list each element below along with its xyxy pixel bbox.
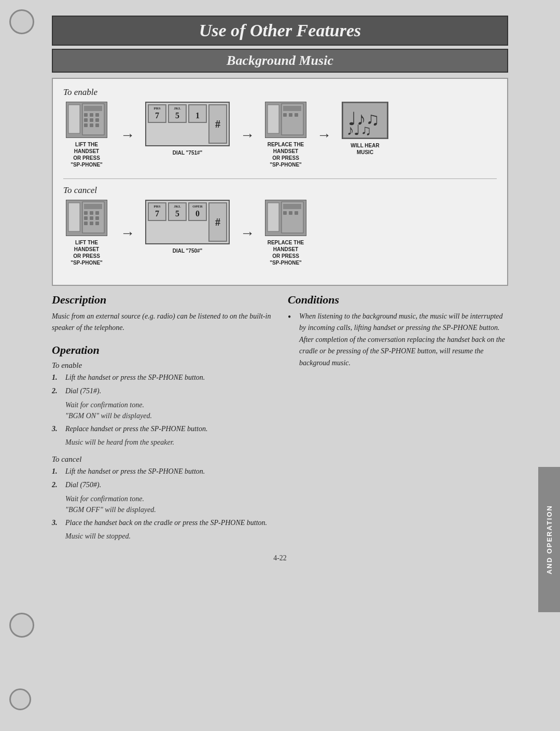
enable-step-2-num: 2. [52, 385, 62, 397]
enable-step-1-text: Lift the handset or press the SP-PHONE b… [65, 372, 272, 383]
cancel-diagram-row: LIFT THE HANDSETOR PRESS"SP-PHONE" → PRS… [63, 200, 497, 266]
main-title: Use of Other Features [199, 21, 361, 40]
cancel-step-3: 3. Place the handset back on the cradle … [52, 517, 272, 529]
separator [63, 178, 497, 179]
cancel-key-col2: JKL 5 [168, 202, 187, 242]
description-text: Music from an external source (e.g. radi… [52, 311, 272, 334]
operation-section: Operation To enable 1. Lift the handset … [52, 343, 272, 542]
cancel-step-2-text: Dial (750#). [65, 479, 272, 491]
enable-replace-label: REPLACE THEHANDSETOR PRESS"SP-PHONE" [268, 141, 304, 168]
cancel-replace-icon [265, 200, 306, 236]
enable-key-col2: JKL 5 [168, 104, 187, 144]
svg-rect-4 [84, 113, 88, 117]
svg-rect-11 [90, 123, 93, 127]
enable-phone-item: LIFT THE HANDSETOR PRESS"SP-PHONE" [63, 102, 110, 168]
cancel-arrow2: → [238, 225, 257, 241]
to-enable-op-label: To enable [52, 361, 272, 370]
content-left: Description Music from an external sourc… [52, 293, 272, 542]
enable-key-col1: PRS 7 [148, 104, 166, 144]
svg-rect-3 [84, 106, 102, 111]
cancel-step-2-sub1: Wait for confirmation tone. [52, 493, 272, 504]
svg-rect-16 [283, 106, 301, 111]
sub-title: Background Music [227, 53, 333, 68]
key-7: PRS 7 [148, 104, 166, 123]
cancel-phone-label: LIFT THE HANDSETOR PRESS"SP-PHONE" [63, 239, 110, 266]
replace-phone-icon [265, 102, 306, 138]
cancel-phone-item: LIFT THE HANDSETOR PRESS"SP-PHONE" [63, 200, 110, 266]
enable-step-1: 1. Lift the handset or press the SP-PHON… [52, 372, 272, 383]
svg-rect-1 [68, 105, 80, 133]
enable-keypad: PRS 7 JKL 5 1 [145, 102, 230, 146]
cancel-step-3-num: 3. [52, 517, 62, 529]
content-section: Description Music from an external sourc… [52, 293, 508, 542]
key-hash: # [208, 104, 227, 144]
cancel-key-col3: OPER 0 [188, 202, 207, 242]
svg-rect-12 [95, 123, 99, 127]
enable-keypad-item: PRS 7 JKL 5 1 [145, 102, 230, 156]
cancel-step-3-text: Place the handset back on the cradle or … [65, 517, 272, 529]
cancel-steps-list: 1. Lift the handset or press the SP-PHON… [52, 466, 272, 491]
cancel-dial-label: DIAL "750#" [173, 247, 203, 254]
content-right: Conditions • When listening to the backg… [288, 293, 508, 542]
enable-step-2: 2. Dial (751#). [52, 385, 272, 397]
deco-circle-bottom [9, 613, 34, 638]
svg-rect-31 [90, 216, 93, 220]
enable-step-2-sub2: "BGM ON" will be displayed. [52, 410, 272, 421]
operation-title: Operation [52, 343, 272, 357]
enable-step-1-num: 1. [52, 372, 62, 383]
conditions-bullet-item: • When listening to the background music… [288, 311, 508, 369]
svg-rect-41 [289, 211, 292, 215]
key-1: 1 [188, 104, 207, 123]
cancel-step-2-num: 2. [52, 479, 62, 491]
cancel-key-col4: # [208, 202, 227, 242]
sub-title-box: Background Music [52, 49, 508, 73]
svg-rect-27 [84, 211, 88, 215]
enable-key-col4: # [208, 104, 227, 144]
cancel-key-hash: # [208, 202, 227, 242]
diagram-box: To enable L [52, 78, 508, 286]
cancel-replace-label: REPLACE THEHANDSETOR PRESS"SP-PHONE" [268, 239, 304, 266]
enable-step-3-text: Replace handset or press the SP-PHONE bu… [65, 423, 272, 435]
deco-circle-top [9, 9, 34, 34]
enable-step-2-text: Dial (751#). [65, 385, 272, 397]
svg-rect-14 [268, 105, 279, 133]
enable-step-3: 3. Replace handset or press the SP-PHONE… [52, 423, 272, 435]
enable-music-item: ♩♪♫ ♪♩♫ WILL HEARMUSIC [342, 102, 388, 156]
svg-rect-17 [283, 113, 287, 117]
deco-circle-bottom2 [9, 688, 31, 710]
svg-rect-37 [268, 203, 279, 231]
cancel-step-1-num: 1. [52, 466, 62, 477]
enable-steps-list: 1. Lift the handset or press the SP-PHON… [52, 372, 272, 397]
svg-rect-19 [295, 113, 298, 117]
arrow1: → [118, 127, 137, 143]
svg-rect-30 [84, 216, 88, 220]
enable-replace-item: REPLACE THEHANDSETOR PRESS"SP-PHONE" [265, 102, 306, 168]
cancel-step-1-text: Lift the handset or press the SP-PHONE b… [65, 466, 272, 477]
svg-rect-40 [283, 211, 287, 215]
svg-rect-8 [90, 118, 93, 122]
arrow3: → [315, 127, 333, 143]
cancel-phone-icon [66, 200, 107, 236]
cancel-replace-item: REPLACE THEHANDSETOR PRESS"SP-PHONE" [265, 200, 306, 266]
cancel-step-2-sub2: "BGM OFF" will be displayed. [52, 504, 272, 515]
svg-rect-35 [95, 222, 99, 225]
svg-rect-7 [84, 118, 88, 122]
svg-rect-6 [95, 113, 99, 117]
svg-rect-29 [95, 211, 99, 215]
svg-rect-39 [283, 204, 301, 209]
to-enable-label: To enable [63, 87, 497, 98]
svg-rect-33 [84, 222, 88, 225]
svg-rect-34 [90, 222, 93, 225]
arrow2: → [238, 127, 257, 143]
enable-phone-label: LIFT THE HANDSETOR PRESS"SP-PHONE" [63, 141, 110, 168]
right-sidebar: AND OPERATION [538, 467, 560, 612]
cancel-step-3-sub1: Music will be stopped. [52, 531, 272, 542]
cancel-keypad-item: PRS 7 JKL 5 OPER 0 [145, 200, 230, 254]
cancel-step-1: 1. Lift the handset or press the SP-PHON… [52, 466, 272, 477]
cancel-key-col1: PRS 7 [148, 202, 166, 242]
svg-rect-9 [95, 118, 99, 122]
key-5: JKL 5 [168, 104, 187, 123]
cancel-key-5: JKL 5 [168, 202, 187, 221]
enable-step-3-sub1: Music will be heard from the speaker. [52, 437, 272, 448]
svg-rect-5 [90, 113, 93, 117]
